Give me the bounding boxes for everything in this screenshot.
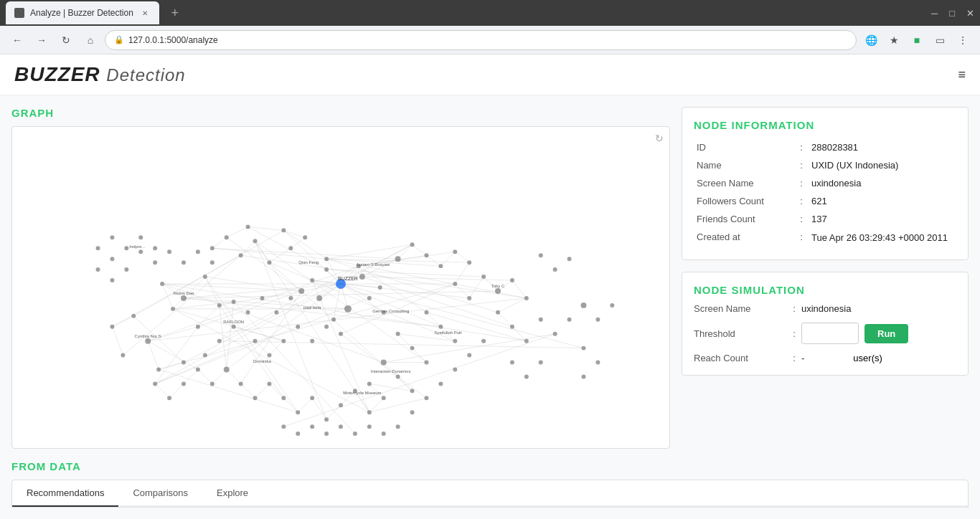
- reach-count-value: -: [801, 353, 804, 363]
- address-bar[interactable]: 🔒 127.0.0.1:5000/analyze: [105, 30, 857, 50]
- svg-point-164: [203, 275, 207, 279]
- tab-close-button[interactable]: ✕: [139, 7, 151, 19]
- info-colon: :: [794, 192, 809, 210]
- svg-point-159: [324, 257, 329, 261]
- svg-point-191: [495, 288, 501, 294]
- reload-button[interactable]: ↻: [56, 30, 76, 50]
- window-controls: ─ □ ✕: [931, 8, 974, 19]
- svg-point-264: [339, 424, 343, 429]
- close-button[interactable]: ✕: [966, 8, 974, 19]
- svg-point-153: [310, 278, 314, 282]
- svg-point-275: [124, 267, 128, 272]
- screen-name-colon: :: [787, 303, 801, 314]
- forward-button[interactable]: →: [32, 30, 52, 50]
- svg-text:Interaction Dynamics: Interaction Dynamics: [371, 369, 411, 373]
- tab-comparisons[interactable]: Comparisons: [118, 480, 202, 507]
- svg-point-154: [344, 305, 352, 313]
- svg-point-204: [396, 374, 400, 378]
- svg-point-184: [424, 253, 428, 257]
- info-value: 137: [809, 210, 956, 228]
- info-row-4: Friends Count : 137: [694, 210, 956, 228]
- svg-point-208: [367, 410, 372, 414]
- svg-text:papi bela: papi bela: [303, 305, 321, 310]
- svg-point-195: [510, 325, 514, 329]
- svg-point-243: [553, 332, 557, 336]
- svg-point-278: [110, 257, 114, 261]
- tabs-header: RecommendationsComparisonsExplore: [12, 480, 968, 507]
- svg-point-215: [267, 381, 271, 386]
- svg-point-268: [281, 424, 286, 429]
- svg-point-212: [310, 396, 314, 400]
- threshold-input[interactable]: [801, 323, 859, 344]
- svg-point-260: [396, 424, 400, 429]
- home-button[interactable]: ⌂: [80, 30, 100, 50]
- svg-point-161: [181, 295, 187, 301]
- svg-point-185: [438, 264, 443, 268]
- svg-point-230: [296, 325, 300, 329]
- refresh-icon[interactable]: ↻: [655, 133, 664, 144]
- svg-point-176: [288, 246, 293, 250]
- browser-tab[interactable]: Analyze | Buzzer Detection ✕: [6, 1, 159, 24]
- svg-point-281: [124, 246, 128, 250]
- info-value: 288028381: [809, 138, 956, 156]
- svg-point-242: [539, 318, 543, 322]
- svg-point-187: [467, 260, 471, 265]
- tab-recommendations[interactable]: Recommendations: [12, 480, 118, 507]
- svg-point-192: [510, 278, 514, 282]
- bookmark-icon[interactable]: ★: [884, 30, 904, 50]
- svg-point-282: [138, 235, 143, 239]
- screen-name-row: Screen Name : uxindonesia: [694, 303, 956, 314]
- info-label: Friends Count: [694, 210, 794, 228]
- svg-point-226: [281, 339, 286, 343]
- svg-point-240: [553, 267, 557, 272]
- svg-point-255: [467, 353, 471, 358]
- svg-point-202: [424, 361, 428, 365]
- svg-point-258: [424, 396, 428, 400]
- translate-icon[interactable]: 🌐: [861, 30, 881, 50]
- tab-explore[interactable]: Explore: [202, 480, 263, 507]
- svg-point-274: [210, 260, 215, 265]
- graph-section: GRAPH ↻ BUZZERQian FengApriani S BusyawG…: [11, 107, 670, 449]
- hamburger-menu-icon[interactable]: ≡: [958, 67, 966, 82]
- svg-point-221: [182, 381, 186, 386]
- app-header: BUZZER Detection ≡: [0, 54, 980, 95]
- minimize-button[interactable]: ─: [931, 8, 938, 19]
- svg-point-179: [246, 224, 250, 229]
- maximize-button[interactable]: □: [949, 8, 955, 19]
- shield-icon[interactable]: ■: [907, 30, 927, 50]
- menu-dots-icon[interactable]: ⋮: [953, 30, 973, 50]
- svg-point-271: [167, 249, 171, 254]
- url-text: 127.0.0.1:5000/analyze: [128, 35, 218, 45]
- threshold-label: Threshold: [694, 328, 787, 339]
- svg-point-180: [225, 235, 229, 239]
- app-main: GRAPH ↻ BUZZERQian FengApriani S BusyawG…: [0, 95, 980, 460]
- node-info-title: NODE INFORMATION: [694, 119, 956, 131]
- svg-point-151: [324, 267, 329, 272]
- screen-name-value: uxindonesia: [801, 303, 851, 314]
- back-button[interactable]: ←: [7, 30, 27, 50]
- svg-point-261: [382, 432, 386, 436]
- security-icon: 🔒: [114, 35, 124, 44]
- browser-toolbar: ← → ↻ ⌂ 🔒 127.0.0.1:5000/analyze 🌐 ★ ■ ▭…: [0, 26, 980, 54]
- extension-icon[interactable]: ▭: [930, 30, 950, 50]
- svg-point-232: [324, 325, 329, 329]
- new-tab-button[interactable]: +: [165, 3, 185, 23]
- svg-point-224: [253, 339, 258, 343]
- info-label: Name: [694, 156, 794, 174]
- svg-point-188: [453, 282, 457, 286]
- info-colon: :: [794, 210, 809, 228]
- svg-text:Cynthia Nur S: Cynthia Nur S: [135, 334, 161, 338]
- node-sim-title: NODE SIMULATION: [694, 284, 956, 296]
- node-info-section: NODE INFORMATION ID : 288028381 Name : U…: [682, 107, 969, 260]
- svg-point-189: [467, 296, 471, 300]
- reach-count-row: Reach Count : - user(s): [694, 353, 956, 363]
- svg-point-249: [595, 361, 600, 365]
- svg-point-276: [110, 278, 114, 282]
- svg-point-245: [581, 303, 587, 308]
- svg-point-257: [438, 381, 443, 386]
- svg-point-238: [232, 300, 236, 304]
- svg-point-149: [316, 295, 322, 301]
- svg-point-171: [110, 325, 114, 329]
- svg-point-156: [378, 285, 382, 290]
- run-button[interactable]: Run: [864, 324, 908, 343]
